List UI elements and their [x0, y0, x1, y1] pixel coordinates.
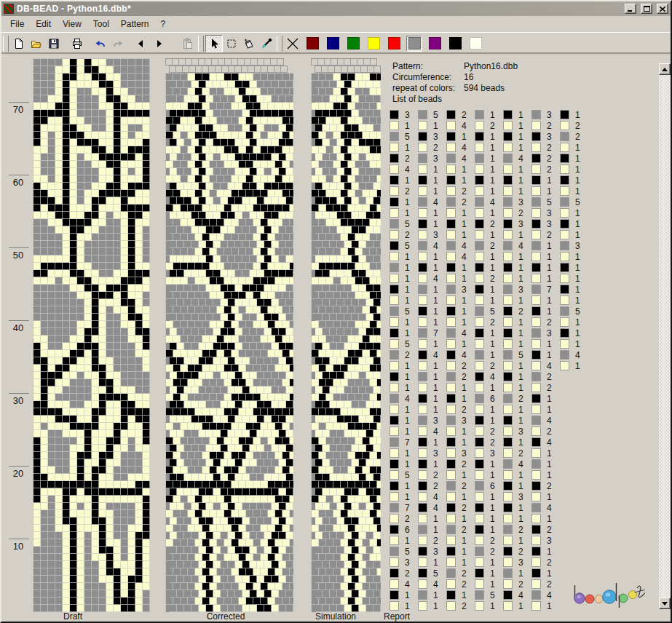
bead-cell[interactable] — [286, 503, 293, 510]
bead-cell[interactable] — [377, 117, 381, 124]
bead-cell[interactable] — [99, 175, 106, 183]
bead-cell[interactable] — [326, 408, 333, 416]
bead-cell[interactable] — [326, 175, 333, 183]
bead-cell[interactable] — [370, 103, 377, 110]
bead-cell[interactable] — [170, 517, 177, 525]
bead-cell[interactable] — [48, 270, 55, 277]
bead-cell[interactable] — [253, 146, 261, 154]
bead-cell[interactable] — [70, 386, 77, 394]
bead-cell[interactable] — [33, 561, 41, 568]
bead-cell[interactable] — [206, 576, 213, 583]
bead-cell[interactable] — [261, 510, 268, 517]
bead-cell[interactable] — [166, 423, 173, 430]
bead-cell[interactable] — [128, 270, 135, 277]
bead-cell[interactable] — [135, 583, 143, 590]
bead-cell[interactable] — [366, 416, 373, 423]
bead-cell[interactable] — [210, 336, 217, 343]
bead-cell[interactable] — [143, 306, 150, 314]
bead-cell[interactable] — [33, 74, 41, 81]
bead-cell[interactable] — [128, 139, 135, 146]
bead-cell[interactable] — [33, 161, 41, 168]
bead-cell[interactable] — [184, 459, 191, 467]
bead-cell[interactable] — [188, 394, 195, 401]
bead-cell[interactable] — [337, 357, 344, 365]
bead-cell[interactable] — [224, 74, 232, 81]
bead-cell[interactable] — [33, 234, 41, 241]
bead-cell[interactable] — [55, 408, 63, 416]
bead-cell[interactable] — [92, 416, 99, 423]
bead-cell[interactable] — [344, 547, 352, 554]
bead-cell[interactable] — [323, 459, 330, 467]
bead-cell[interactable] — [206, 124, 213, 132]
toolbar-handle[interactable] — [198, 36, 204, 52]
bead-cell[interactable] — [121, 95, 128, 103]
bead-cell[interactable] — [84, 263, 92, 270]
bead-cell[interactable] — [195, 379, 202, 386]
bead-cell[interactable] — [337, 124, 344, 132]
bead-cell[interactable] — [315, 110, 323, 117]
bead-cell[interactable] — [70, 474, 77, 481]
bead-cell[interactable] — [48, 234, 55, 241]
bead-cell[interactable] — [210, 510, 217, 517]
bead-cell[interactable] — [63, 314, 70, 321]
bead-cell[interactable] — [264, 343, 272, 350]
bead-cell[interactable] — [143, 219, 150, 226]
bead-cell[interactable] — [63, 430, 70, 437]
bead-cell[interactable] — [114, 234, 121, 241]
bead-cell[interactable] — [114, 66, 121, 74]
bead-cell[interactable] — [106, 365, 114, 372]
bead-cell[interactable] — [33, 124, 41, 132]
bead-cell[interactable] — [92, 430, 99, 437]
bead-cell[interactable] — [170, 357, 177, 365]
bead-cell[interactable] — [55, 459, 63, 467]
bead-cell[interactable] — [352, 517, 359, 525]
bead-cell[interactable] — [173, 103, 181, 110]
bead-cell[interactable] — [261, 292, 268, 299]
bead-cell[interactable] — [290, 481, 293, 488]
bead-cell[interactable] — [135, 408, 143, 416]
bead-cell[interactable] — [41, 95, 48, 103]
bead-cell[interactable] — [213, 357, 221, 365]
bead-cell[interactable] — [366, 532, 373, 539]
bead-cell[interactable] — [217, 219, 224, 226]
bead-cell[interactable] — [48, 74, 55, 81]
bead-cell[interactable] — [184, 154, 191, 161]
bead-cell[interactable] — [337, 139, 344, 146]
bead-cell[interactable] — [253, 408, 261, 416]
bead-cell[interactable] — [352, 445, 359, 452]
bead-cell[interactable] — [177, 561, 184, 568]
bead-cell[interactable] — [99, 467, 106, 474]
bead-cell[interactable] — [290, 336, 293, 343]
bead-cell[interactable] — [170, 561, 177, 568]
bead-cell[interactable] — [355, 598, 363, 605]
bead-cell[interactable] — [202, 205, 210, 212]
bead-cell[interactable] — [184, 95, 191, 103]
color-swatch-6[interactable] — [427, 36, 443, 52]
bead-cell[interactable] — [370, 146, 377, 154]
bead-cell[interactable] — [286, 154, 293, 161]
bead-cell[interactable] — [188, 525, 195, 532]
bead-cell[interactable] — [217, 306, 224, 314]
bead-cell[interactable] — [239, 568, 246, 576]
bead-cell[interactable] — [341, 219, 348, 226]
bead-cell[interactable] — [114, 263, 121, 270]
bead-cell[interactable] — [337, 270, 344, 277]
bead-cell[interactable] — [235, 255, 242, 263]
bead-cell[interactable] — [253, 350, 261, 357]
bead-cell[interactable] — [363, 452, 370, 459]
bead-cell[interactable] — [77, 445, 84, 452]
bead-cell[interactable] — [359, 488, 366, 496]
bead-cell[interactable] — [106, 459, 114, 467]
bead-cell[interactable] — [282, 467, 290, 474]
bead-cell[interactable] — [228, 168, 235, 175]
bead-cell[interactable] — [286, 372, 293, 379]
bead-cell[interactable] — [33, 205, 41, 212]
bead-cell[interactable] — [128, 81, 135, 88]
bead-cell[interactable] — [366, 314, 373, 321]
bead-cell[interactable] — [188, 263, 195, 270]
bead-cell[interactable] — [213, 416, 221, 423]
bead-cell[interactable] — [143, 132, 150, 139]
bead-cell[interactable] — [70, 416, 77, 423]
bead-cell[interactable] — [77, 437, 84, 445]
bead-cell[interactable] — [41, 525, 48, 532]
